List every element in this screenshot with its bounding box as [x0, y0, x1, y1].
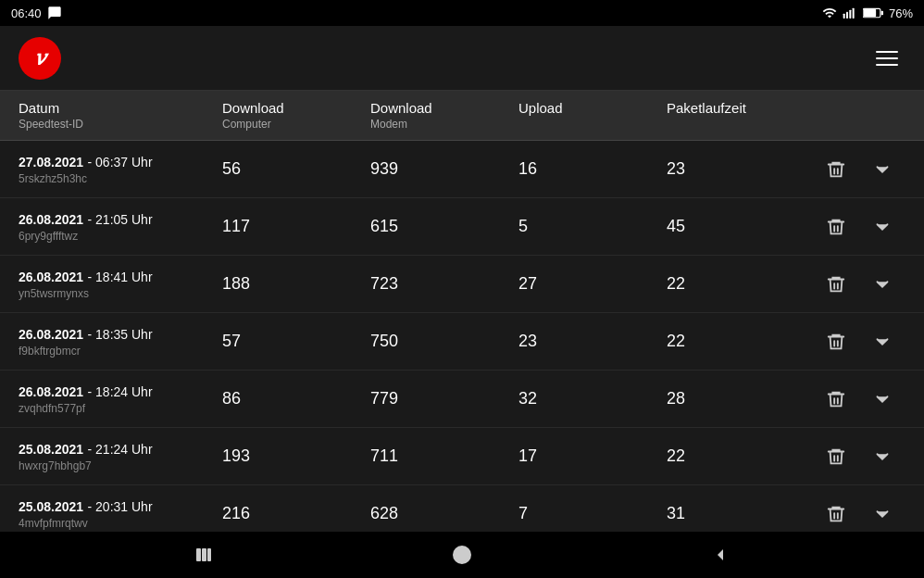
svg-rect-6 — [881, 11, 883, 16]
cell-upload-4: 32 — [518, 389, 667, 408]
svg-rect-2 — [849, 10, 851, 19]
chevron-down-icon-0 — [872, 159, 893, 180]
cell-dl-modem-4: 779 — [370, 389, 518, 408]
cell-dl-computer-6: 216 — [222, 504, 370, 523]
col-dl-modem-main: Download — [370, 100, 518, 116]
date-time-1: 26.08.2021 - 21:05 Uhr — [19, 211, 222, 228]
expand-button-4[interactable] — [859, 389, 905, 409]
col-paket-main: Paketlaufzeit — [667, 100, 813, 116]
chevron-down-icon-5 — [872, 446, 893, 467]
table-body: 27.08.2021 - 06:37 Uhr 5rskzhz5h3hc 56 9… — [0, 141, 924, 534]
table-row: 26.08.2021 - 21:05 Uhr 6pry9gffftwz 117 … — [0, 198, 924, 256]
date-bold-1: 26.08.2021 — [19, 212, 83, 227]
col-header-upload: Upload — [518, 100, 667, 131]
col-upload-main: Upload — [518, 100, 667, 116]
status-bar-left: 06:40 — [11, 6, 62, 20]
cell-dl-computer-4: 86 — [222, 389, 370, 408]
svg-rect-0 — [843, 14, 845, 19]
cell-paket-3: 22 — [667, 332, 813, 351]
cell-dl-computer-0: 56 — [222, 159, 370, 179]
time-part-1: - 21:05 Uhr — [88, 212, 153, 227]
cell-dl-modem-3: 750 — [370, 332, 518, 351]
delete-button-6[interactable] — [813, 504, 859, 524]
speedtest-id-0: 5rskzhz5h3hc — [19, 172, 222, 185]
expand-button-1[interactable] — [859, 217, 905, 237]
table-row: 26.08.2021 - 18:35 Uhr f9bkftrgbmcr 57 7… — [0, 313, 924, 371]
chevron-down-icon-4 — [872, 389, 893, 409]
table-header: Datum Speedtest-ID Download Computer Dow… — [0, 91, 924, 141]
svg-rect-9 — [207, 548, 211, 561]
cell-dl-modem-5: 711 — [370, 446, 518, 466]
delete-button-0[interactable] — [813, 159, 859, 180]
expand-button-2[interactable] — [859, 274, 905, 295]
cell-upload-1: 5 — [518, 217, 667, 236]
recents-icon — [193, 544, 215, 566]
cell-dl-computer-1: 117 — [222, 217, 370, 236]
date-bold-2: 26.08.2021 — [19, 270, 83, 284]
date-bold-4: 26.08.2021 — [19, 384, 83, 399]
date-time-3: 26.08.2021 - 18:35 Uhr — [19, 326, 222, 343]
expand-button-6[interactable] — [859, 504, 905, 524]
trash-icon-1 — [826, 217, 846, 237]
signal-icon — [843, 6, 857, 20]
svg-rect-1 — [846, 12, 848, 19]
trash-icon-3 — [826, 332, 846, 352]
delete-button-3[interactable] — [813, 332, 859, 352]
table-row: 25.08.2021 - 21:24 Uhr hwxrg7hbhgb7 193 … — [0, 428, 924, 485]
cell-dl-modem-1: 615 — [370, 217, 518, 236]
cell-datum-1: 26.08.2021 - 21:05 Uhr 6pry9gffftwz — [19, 211, 222, 243]
cell-paket-4: 28 — [667, 389, 813, 408]
trash-icon-2 — [826, 274, 846, 295]
col-dl-computer-sub: Computer — [222, 118, 370, 131]
cell-paket-5: 22 — [667, 446, 813, 466]
svg-rect-5 — [864, 9, 876, 17]
hamburger-line-1 — [876, 51, 898, 53]
cell-dl-modem-2: 723 — [370, 274, 518, 294]
home-icon — [451, 544, 473, 566]
hamburger-line-3 — [876, 64, 898, 66]
message-icon — [47, 6, 62, 20]
delete-button-2[interactable] — [813, 274, 859, 295]
cell-upload-5: 17 — [518, 446, 667, 466]
expand-button-3[interactable] — [859, 332, 905, 352]
delete-button-1[interactable] — [813, 217, 859, 237]
hamburger-menu-button[interactable] — [868, 44, 905, 73]
chevron-down-icon-1 — [872, 217, 893, 237]
trash-icon-6 — [826, 504, 846, 524]
cell-paket-0: 23 — [667, 159, 813, 179]
col-dl-modem-sub: Modem — [370, 118, 518, 131]
date-time-6: 25.08.2021 - 20:31 Uhr — [19, 498, 222, 515]
speedtest-id-4: zvqhdfn577pf — [19, 402, 222, 415]
trash-icon-4 — [826, 389, 846, 409]
col-header-delete-spacer — [813, 100, 859, 131]
cell-datum-3: 26.08.2021 - 18:35 Uhr f9bkftrgbmcr — [19, 326, 222, 358]
expand-button-5[interactable] — [859, 446, 905, 467]
battery-level: 76% — [889, 6, 913, 20]
cell-dl-modem-0: 939 — [370, 159, 518, 179]
cell-upload-6: 7 — [518, 504, 667, 523]
status-bar: 06:40 76% — [0, 0, 924, 26]
cell-paket-6: 31 — [667, 504, 813, 523]
expand-button-0[interactable] — [859, 159, 905, 180]
app-bar: 𝑣 — [0, 26, 924, 91]
delete-button-4[interactable] — [813, 389, 859, 409]
home-button[interactable] — [443, 536, 481, 573]
speedtest-id-6: 4mvfpfmrqtwv — [19, 517, 222, 530]
chevron-down-icon-6 — [872, 504, 893, 524]
battery-icon — [863, 6, 883, 20]
cell-paket-2: 22 — [667, 274, 813, 294]
date-time-5: 25.08.2021 - 21:24 Uhr — [19, 441, 222, 458]
back-button[interactable] — [702, 536, 739, 573]
cell-dl-computer-3: 57 — [222, 332, 370, 351]
trash-icon-0 — [826, 159, 846, 180]
date-time-2: 26.08.2021 - 18:41 Uhr — [19, 269, 222, 285]
speedtest-id-1: 6pry9gffftwz — [19, 230, 222, 243]
delete-button-5[interactable] — [813, 446, 859, 467]
cell-datum-4: 26.08.2021 - 18:24 Uhr zvqhdfn577pf — [19, 383, 222, 415]
svg-point-10 — [454, 547, 470, 563]
recents-button[interactable] — [185, 536, 222, 573]
table-row: 26.08.2021 - 18:24 Uhr zvqhdfn577pf 86 7… — [0, 371, 924, 428]
date-bold-0: 27.08.2021 — [19, 155, 83, 170]
date-bold-6: 25.08.2021 — [19, 499, 83, 514]
back-icon — [709, 544, 731, 566]
